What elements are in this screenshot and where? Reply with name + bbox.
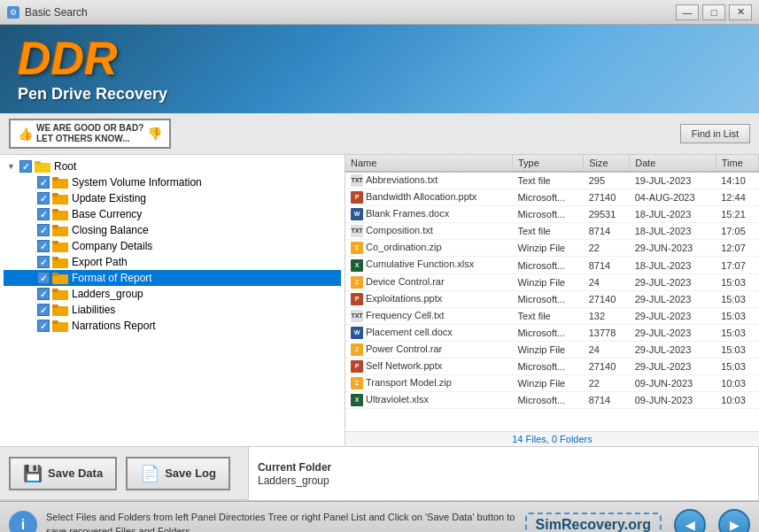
tree-item[interactable]: Ladders_group xyxy=(4,286,341,302)
tree-item-label: Liabilities xyxy=(72,304,115,316)
app-icon xyxy=(7,6,19,19)
cell-type: Microsoft... xyxy=(512,189,583,206)
tree-checkbox[interactable] xyxy=(37,256,50,268)
col-date[interactable]: Date xyxy=(630,155,716,172)
tree-item[interactable]: Company Details xyxy=(4,238,341,254)
cell-time: 12:44 xyxy=(716,189,758,206)
table-row[interactable]: XCumulative Function.xlsx Microsoft... 8… xyxy=(345,257,759,274)
back-button[interactable]: ◀ xyxy=(674,509,706,533)
cell-date: 09-JUN-2023 xyxy=(630,375,716,392)
tree-item-label: Base Currency xyxy=(72,208,142,220)
toolbar-row: 👍 WE ARE GOOD OR BAD? LET OTHERS KNOW...… xyxy=(0,113,759,155)
title-bar: Basic Search — □ ✕ xyxy=(0,0,759,25)
tree-item-label: System Volume Information xyxy=(72,176,202,189)
close-button[interactable]: ✕ xyxy=(729,4,752,20)
window-controls: — □ ✕ xyxy=(676,4,752,20)
col-type[interactable]: Type xyxy=(512,155,583,172)
header-branding: DDR Pen Drive Recovery xyxy=(18,35,167,104)
rating-line2: LET OTHERS KNOW... xyxy=(36,134,143,144)
cell-date: 19-JUL-2023 xyxy=(630,172,716,189)
col-size[interactable]: Size xyxy=(584,155,630,172)
tree-item[interactable]: Format of Report xyxy=(4,270,341,286)
folder-icon xyxy=(35,160,50,173)
save-data-button[interactable]: 💾 Save Data xyxy=(9,457,117,490)
folder-icon xyxy=(52,176,68,189)
file-list[interactable]: Name Type Size Date Time TXTAbbreviation… xyxy=(345,155,759,431)
forward-button[interactable]: ▶ xyxy=(718,509,750,533)
cell-date: 29-JUL-2023 xyxy=(630,290,716,307)
left-panel: ▼ Root System Volume Information Update … xyxy=(0,155,345,446)
cell-name: XCumulative Function.xlsx xyxy=(345,257,512,274)
tree-item[interactable]: Base Currency xyxy=(4,206,341,222)
svg-rect-17 xyxy=(52,289,58,292)
rating-badge[interactable]: 👍 WE ARE GOOD OR BAD? LET OTHERS KNOW...… xyxy=(9,119,171,149)
cell-type: Winzip File xyxy=(512,240,583,257)
svg-rect-15 xyxy=(52,273,58,276)
cell-date: 29-JUL-2023 xyxy=(630,274,716,290)
maximize-button[interactable]: □ xyxy=(702,4,725,20)
table-row[interactable]: PSelf Network.pptx Microsoft... 27140 29… xyxy=(345,359,759,375)
folder-tree[interactable]: ▼ Root System Volume Information Update … xyxy=(0,155,345,446)
col-name[interactable]: Name xyxy=(345,155,512,172)
tree-item[interactable]: Export Path xyxy=(4,254,341,270)
tree-checkbox[interactable] xyxy=(37,224,50,236)
tree-item[interactable]: System Volume Information xyxy=(4,174,341,190)
tree-checkbox[interactable] xyxy=(37,192,50,204)
tree-item[interactable]: ▼ Root xyxy=(4,158,341,174)
expand-icon: ▼ xyxy=(7,162,18,171)
cell-date: 29-JUL-2023 xyxy=(630,324,716,341)
table-row[interactable]: ZPower Control.rar Winzip File 24 29-JUL… xyxy=(345,341,759,358)
svg-rect-5 xyxy=(52,193,58,197)
svg-rect-19 xyxy=(52,305,58,308)
cell-date: 18-JUL-2023 xyxy=(630,257,716,274)
current-folder-panel: Current Folder Ladders_group xyxy=(248,447,759,500)
tree-checkbox[interactable] xyxy=(37,288,50,300)
find-in-list-button[interactable]: Find in List xyxy=(680,124,750,143)
table-row[interactable]: TXTFrequency Cell.txt Text file 132 29-J… xyxy=(345,307,759,324)
tree-item-label: Company Details xyxy=(72,240,152,252)
current-folder-label: Current Folder xyxy=(258,461,749,474)
save-log-button[interactable]: 📄 Save Log xyxy=(126,457,230,490)
folder-icon xyxy=(52,256,68,268)
tree-item[interactable]: Narrations Report xyxy=(4,318,341,334)
tree-checkbox[interactable] xyxy=(37,240,50,252)
tree-checkbox[interactable] xyxy=(37,304,50,316)
tree-item-label: Update Existing xyxy=(72,192,146,204)
minimize-button[interactable]: — xyxy=(676,4,699,20)
tree-checkbox[interactable] xyxy=(37,208,50,220)
cell-type: Microsoft... xyxy=(512,206,583,223)
cell-date: 29-JUN-2023 xyxy=(630,240,716,257)
table-row[interactable]: PBandwidth Allocation.pptx Microsoft... … xyxy=(345,189,759,206)
table-row[interactable]: ZDevice Control.rar Winzip File 24 29-JU… xyxy=(345,274,759,290)
table-row[interactable]: WBlank Frames.docx Microsoft... 29531 18… xyxy=(345,206,759,223)
table-row[interactable]: WPlacement cell.docx Microsoft... 13778 … xyxy=(345,324,759,341)
table-row[interactable]: TXTAbbreviations.txt Text file 295 19-JU… xyxy=(345,172,759,189)
table-row[interactable]: ZCo_ordination.zip Winzip File 22 29-JUN… xyxy=(345,240,759,257)
cell-time: 17:07 xyxy=(716,257,758,274)
cell-size: 27140 xyxy=(584,189,630,206)
cell-time: 15:03 xyxy=(716,341,758,358)
cell-date: 29-JUL-2023 xyxy=(630,307,716,324)
cell-date: 18-JUL-2023 xyxy=(630,223,716,240)
cell-name: TXTComposition.txt xyxy=(345,223,512,240)
cell-name: TXTFrequency Cell.txt xyxy=(345,307,512,324)
tree-item[interactable]: Closing Balance xyxy=(4,222,341,238)
col-time[interactable]: Time xyxy=(716,155,758,172)
tree-item[interactable]: Update Existing xyxy=(4,190,341,206)
table-row[interactable]: TXTComposition.txt Text file 8714 18-JUL… xyxy=(345,223,759,240)
table-row[interactable]: PExploitations.pptx Microsoft... 27140 2… xyxy=(345,290,759,307)
tree-checkbox[interactable] xyxy=(37,272,50,284)
table-row[interactable]: XUltraviolet.xlsx Microsoft... 8714 09-J… xyxy=(345,392,759,409)
current-folder-value: Ladders_group xyxy=(258,474,749,487)
tree-checkbox[interactable] xyxy=(37,176,50,189)
svg-rect-13 xyxy=(52,257,58,260)
cell-time: 14:10 xyxy=(716,172,758,189)
cell-name: ZPower Control.rar xyxy=(345,341,512,358)
cell-type: Winzip File xyxy=(512,375,583,392)
cell-time: 12:07 xyxy=(716,240,758,257)
tree-item[interactable]: Liabilities xyxy=(4,302,341,318)
tree-checkbox[interactable] xyxy=(19,160,32,173)
table-row[interactable]: ZTransport Model.zip Winzip File 22 09-J… xyxy=(345,375,759,392)
tree-checkbox[interactable] xyxy=(37,320,50,332)
file-summary-text: 14 Files, 0 Folders xyxy=(512,434,592,444)
